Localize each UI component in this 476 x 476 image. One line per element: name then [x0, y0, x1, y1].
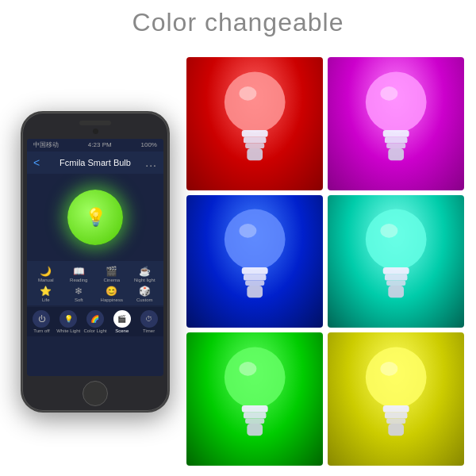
svg-rect-5: [247, 148, 263, 160]
btn-scene[interactable]: 🎬 Scene: [109, 310, 135, 333]
soft-icon: ❄: [75, 286, 83, 297]
svg-point-18: [366, 209, 427, 271]
life-icon: ⭐: [40, 286, 52, 297]
preset-row-2: ⭐ Life ❄ Soft 😊 Happiness 🎲 Custom: [27, 284, 163, 305]
bulb-color-grid: [182, 53, 468, 470]
svg-point-1: [239, 86, 256, 101]
svg-rect-34: [386, 418, 405, 424]
svg-rect-33: [385, 413, 408, 419]
phone-container: 中国移动 4:23 PM 100% < Fcmila Smart Bulb ..…: [16, 53, 175, 470]
scene-icon: 🎬: [113, 310, 131, 328]
svg-rect-35: [388, 424, 404, 436]
soft-label: Soft: [75, 298, 83, 302]
preset-soft[interactable]: ❄ Soft: [63, 286, 95, 302]
preset-life[interactable]: ⭐ Life: [30, 286, 62, 302]
svg-rect-15: [244, 274, 267, 281]
svg-rect-8: [383, 130, 409, 137]
timer-icon: ⏱: [140, 310, 158, 328]
svg-point-6: [366, 71, 427, 132]
home-button[interactable]: [83, 381, 108, 406]
svg-rect-32: [383, 405, 409, 413]
svg-rect-11: [388, 148, 404, 160]
custom-icon: 🎲: [139, 286, 151, 297]
svg-rect-10: [386, 143, 405, 148]
content-area: 中国移动 4:23 PM 100% < Fcmila Smart Bulb ..…: [0, 45, 476, 476]
reading-icon: 📖: [73, 266, 85, 277]
white-light-icon: 💡: [60, 310, 77, 328]
reading-label: Reading: [70, 278, 87, 282]
nav-title: Fcmila Smart Bulb: [60, 158, 131, 167]
phone-camera: [93, 129, 98, 134]
bulb-cell-yellow: [328, 332, 464, 466]
bulb-cell-green: [186, 332, 323, 466]
custom-label: Custom: [136, 298, 153, 302]
svg-rect-9: [385, 136, 408, 143]
manual-label: Manual: [38, 278, 54, 282]
bulb-cell-magenta: [328, 57, 464, 190]
signal-text: 中国移动: [33, 140, 59, 149]
svg-rect-2: [242, 130, 268, 137]
night-icon: ☕: [139, 266, 151, 277]
svg-point-24: [225, 347, 286, 408]
bulb-display[interactable]: 💡: [27, 174, 163, 261]
svg-point-25: [239, 362, 256, 376]
svg-point-13: [239, 224, 256, 238]
svg-rect-17: [247, 286, 263, 298]
btn-turn-off[interactable]: ⏻ Turn off: [29, 310, 55, 333]
status-bar: 中国移动 4:23 PM 100%: [27, 139, 163, 152]
happiness-label: Happiness: [101, 298, 123, 302]
more-button[interactable]: ...: [145, 156, 157, 169]
svg-rect-29: [247, 424, 263, 436]
svg-point-30: [366, 347, 427, 408]
preset-happiness[interactable]: 😊 Happiness: [96, 286, 128, 302]
svg-point-19: [380, 224, 397, 238]
turn-off-label: Turn off: [33, 328, 49, 333]
svg-rect-21: [385, 274, 408, 281]
btn-white-light[interactable]: 💡 White Light: [56, 310, 82, 333]
turn-off-icon: ⏻: [33, 310, 50, 328]
preset-night[interactable]: ☕ Night light: [129, 266, 161, 282]
btn-timer[interactable]: ⏱ Timer: [136, 310, 162, 333]
svg-point-0: [225, 71, 286, 132]
bulb-cell-red: [186, 57, 323, 190]
phone-screen: 中国移动 4:23 PM 100% < Fcmila Smart Bulb ..…: [27, 139, 163, 376]
page-title: Color changeable: [0, 0, 476, 45]
nav-bar: < Fcmila Smart Bulb ...: [27, 152, 163, 174]
night-label: Night light: [134, 278, 155, 282]
bulb-cell-cyan: [328, 195, 464, 328]
battery-text: 100%: [141, 141, 157, 148]
life-label: Life: [42, 298, 50, 302]
svg-point-31: [380, 362, 397, 376]
manual-icon: 🌙: [40, 266, 52, 277]
preset-reading[interactable]: 📖 Reading: [63, 266, 95, 282]
back-button[interactable]: <: [33, 156, 40, 169]
svg-point-7: [380, 86, 397, 101]
bulb-circle: 💡: [67, 190, 123, 245]
happiness-icon: 😊: [106, 286, 117, 297]
svg-rect-22: [386, 281, 405, 286]
bottom-bar: ⏻ Turn off 💡 White Light 🌈 Color Light 🎬…: [27, 307, 163, 336]
page-header: Color changeable: [0, 0, 476, 45]
phone-speaker: [79, 121, 111, 125]
cinema-icon: 🎬: [106, 266, 117, 277]
svg-rect-14: [242, 267, 268, 274]
white-light-label: White Light: [56, 328, 80, 333]
color-light-label: Color Light: [83, 328, 106, 333]
svg-rect-26: [242, 405, 268, 413]
svg-rect-23: [388, 286, 404, 298]
scene-label: Scene: [115, 328, 129, 333]
preset-cinema[interactable]: 🎬 Cinema: [96, 266, 128, 282]
svg-point-12: [225, 209, 286, 271]
svg-rect-28: [245, 418, 264, 424]
timer-label: Timer: [143, 328, 155, 333]
phone-mockup: 中国移动 4:23 PM 100% < Fcmila Smart Bulb ..…: [21, 111, 170, 413]
svg-rect-16: [245, 281, 264, 286]
btn-color-light[interactable]: 🌈 Color Light: [83, 310, 109, 333]
preset-custom[interactable]: 🎲 Custom: [129, 286, 161, 302]
svg-rect-27: [244, 413, 267, 419]
svg-rect-3: [244, 136, 267, 143]
bulb-cell-blue: [186, 195, 323, 328]
time-text: 4:23 PM: [88, 141, 112, 148]
preset-row-1: 🌙 Manual 📖 Reading 🎬 Cinema ☕ Night ligh…: [27, 261, 163, 284]
preset-manual[interactable]: 🌙 Manual: [30, 266, 62, 282]
